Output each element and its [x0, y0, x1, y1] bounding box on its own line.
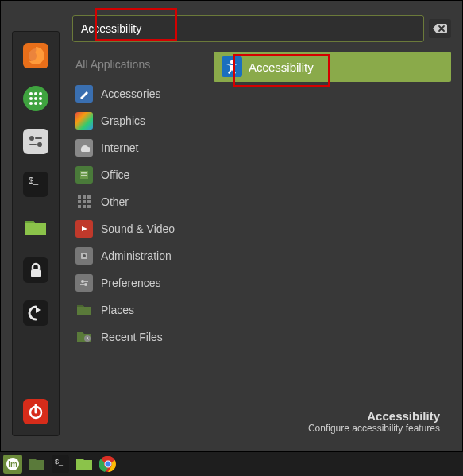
category-label: Sound & Video	[101, 223, 175, 235]
svg-rect-16	[29, 144, 37, 145]
svg-point-6	[29, 97, 33, 100]
taskbar-files-2[interactable]	[75, 455, 94, 474]
backspace-icon	[433, 23, 447, 34]
other-icon	[75, 193, 93, 211]
svg-rect-35	[83, 205, 86, 208]
taskbar: lm $_	[0, 452, 463, 476]
svg-rect-26	[81, 172, 87, 174]
category-recent-files[interactable]: Recent Files	[72, 323, 207, 350]
app-description: Accessibility Configure accessibility fe…	[308, 409, 440, 434]
apps-launcher[interactable]	[21, 84, 50, 113]
category-administration[interactable]: Administration	[72, 242, 207, 269]
svg-point-7	[34, 97, 37, 100]
svg-point-3	[29, 92, 33, 95]
category-internet[interactable]: Internet	[72, 134, 207, 161]
category-other[interactable]: Other	[72, 188, 207, 215]
result-accessibility[interactable]: Accessibility	[214, 52, 451, 82]
menu-button[interactable]: lm	[3, 455, 22, 474]
office-icon	[75, 166, 93, 184]
firefox-launcher[interactable]	[21, 41, 50, 70]
svg-point-4	[34, 92, 37, 95]
graphics-icon	[75, 112, 93, 130]
menu-main: All Applications Accessories Graphics In…	[72, 15, 451, 440]
category-places[interactable]: Places	[72, 296, 207, 323]
svg-text:$_: $_	[55, 458, 64, 466]
accessories-icon	[75, 85, 93, 103]
settings-launcher[interactable]	[21, 127, 50, 156]
search-input[interactable]	[72, 15, 424, 42]
svg-point-44	[230, 60, 233, 64]
category-accessories[interactable]: Accessories	[72, 80, 207, 107]
taskbar-chrome[interactable]	[98, 455, 118, 474]
svg-rect-36	[87, 205, 91, 208]
category-label: Accessories	[101, 87, 160, 100]
places-icon	[75, 301, 93, 319]
category-preferences[interactable]: Preferences	[72, 269, 207, 296]
administration-icon	[75, 247, 93, 265]
sound-video-icon	[75, 220, 93, 238]
svg-point-9	[29, 102, 33, 105]
result-label: Accessibility	[249, 60, 314, 74]
category-label: Preferences	[101, 277, 160, 289]
svg-rect-27	[81, 175, 87, 176]
svg-rect-32	[83, 200, 86, 203]
svg-point-13	[29, 136, 34, 141]
category-label: Graphics	[101, 114, 145, 127]
svg-rect-20	[31, 269, 41, 277]
category-label: Other	[101, 195, 129, 208]
svg-point-10	[34, 102, 37, 105]
internet-icon	[75, 139, 93, 157]
svg-point-39	[81, 280, 84, 283]
category-list: All Applications Accessories Graphics In…	[72, 52, 207, 440]
lock-button[interactable]	[21, 256, 50, 284]
svg-rect-40	[84, 281, 88, 282]
clear-search-button[interactable]	[429, 19, 451, 38]
svg-rect-31	[78, 200, 81, 203]
category-label: Internet	[101, 141, 138, 154]
menu-content: All Applications Accessories Graphics In…	[72, 52, 451, 440]
taskbar-files[interactable]	[27, 455, 46, 474]
svg-rect-30	[87, 195, 91, 199]
category-label: Recent Files	[101, 331, 163, 343]
svg-rect-12	[23, 129, 48, 154]
category-sound-video[interactable]: Sound & Video	[72, 215, 207, 242]
preferences-icon	[75, 274, 93, 292]
svg-point-8	[39, 97, 42, 100]
svg-rect-29	[83, 195, 86, 199]
power-button[interactable]	[21, 397, 50, 426]
terminal-launcher[interactable]: $_	[21, 170, 50, 199]
svg-text:lm: lm	[8, 460, 17, 469]
files-launcher[interactable]	[21, 213, 50, 242]
recent-files-icon	[75, 328, 93, 346]
svg-point-41	[84, 283, 87, 286]
svg-rect-28	[78, 195, 81, 199]
app-description-title: Accessibility	[308, 409, 440, 423]
category-office[interactable]: Office	[72, 161, 207, 188]
svg-rect-34	[78, 205, 81, 208]
svg-point-51	[106, 462, 111, 467]
category-graphics[interactable]: Graphics	[72, 107, 207, 134]
svg-rect-42	[80, 284, 84, 285]
results-pane: Accessibility	[207, 52, 451, 440]
taskbar-terminal[interactable]: $_	[51, 455, 70, 474]
search-row	[72, 15, 451, 42]
svg-rect-14	[35, 137, 42, 139]
svg-rect-33	[87, 200, 91, 203]
app-description-text: Configure accessibility features	[308, 423, 440, 434]
category-label: Administration	[101, 250, 172, 262]
application-menu: $_ All Applications Accessor	[0, 0, 463, 452]
category-label: Places	[101, 304, 134, 316]
svg-point-15	[37, 142, 42, 147]
svg-point-11	[39, 102, 42, 105]
svg-point-38	[83, 254, 86, 257]
svg-text:$_: $_	[29, 176, 39, 185]
category-label: Office	[101, 168, 129, 181]
svg-point-5	[39, 92, 42, 95]
accessibility-icon	[222, 56, 242, 77]
logout-button[interactable]	[21, 299, 50, 327]
all-applications-header[interactable]: All Applications	[72, 52, 207, 80]
favorites-sidebar: $_	[12, 31, 60, 436]
